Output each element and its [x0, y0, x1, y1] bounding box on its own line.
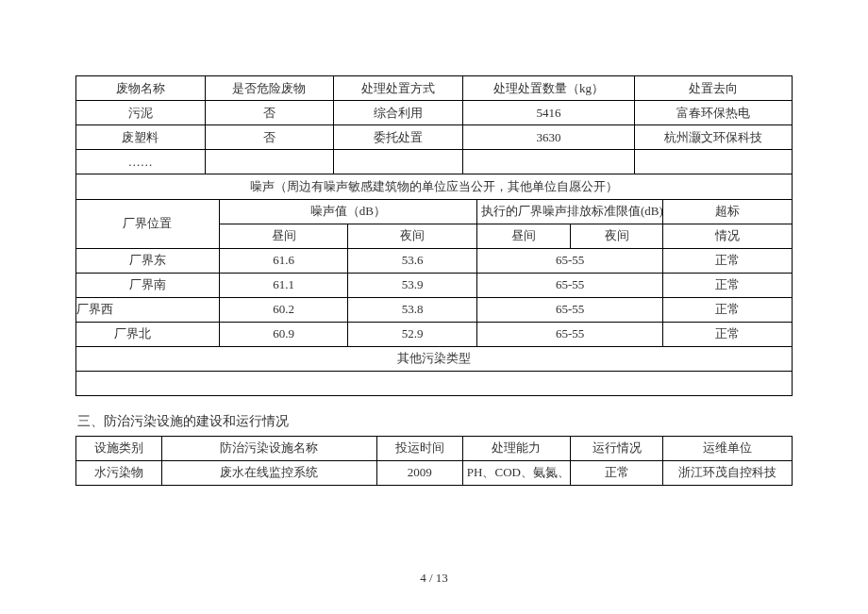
waste-col-name: 废物名称 [76, 76, 206, 101]
other-pollution-type: 其他污染类型 [76, 346, 793, 371]
noise-col-limit: 执行的厂界噪声排放标准限值(dB) [477, 199, 663, 224]
table-row: …… [76, 150, 793, 174]
noise-table: 噪声（周边有噪声敏感建筑物的单位应当公开，其他单位自愿公开） 厂界位置 噪声值（… [75, 174, 793, 396]
fac-col-run: 运行情况 [570, 436, 663, 460]
noise-sub-day: 昼间 [219, 224, 348, 248]
fac-col-year: 投运时间 [376, 436, 462, 460]
waste-col-method: 处理处置方式 [334, 76, 463, 101]
noise-sub-night2: 夜间 [570, 224, 663, 248]
table-row: 废塑料 否 委托处置 3630 杭州灏文环保科技 [76, 125, 793, 150]
section-3-title: 三、防治污染设施的建设和运行情况 [77, 413, 793, 430]
waste-col-dest: 处置去向 [634, 76, 792, 101]
blank-row [76, 371, 793, 395]
noise-sub-status: 情况 [663, 224, 793, 248]
table-row: 污泥 否 综合利用 5416 富春环保热电 [76, 101, 793, 125]
noise-banner: 噪声（周边有噪声敏感建筑物的单位应当公开，其他单位自愿公开） [76, 174, 793, 199]
noise-col-position: 厂界位置 [76, 199, 220, 248]
noise-col-exceed: 超标 [663, 199, 793, 224]
table-row: 厂界北 60.9 52.9 65-55 正常 [76, 322, 793, 346]
fac-col-maint: 运维单位 [663, 436, 793, 460]
table-row: 水污染物 废水在线监控系统 2009 PH、COD、氨氮、 正常 浙江环茂自控科… [76, 460, 793, 485]
noise-col-value: 噪声值（dB） [219, 199, 476, 224]
table-row: 厂界东 61.6 53.6 65-55 正常 [76, 248, 793, 273]
page-number: 4 / 13 [0, 571, 868, 586]
noise-sub-night: 夜间 [348, 224, 477, 248]
table-row: 厂界西 60.2 53.8 65-55 正常 [76, 297, 793, 322]
noise-sub-day2: 昼间 [477, 224, 571, 248]
fac-col-category: 设施类别 [76, 436, 162, 460]
facility-table: 设施类别 防治污染设施名称 投运时间 处理能力 运行情况 运维单位 水污染物 废… [75, 436, 793, 486]
table-row: 厂界南 61.1 53.9 65-55 正常 [76, 273, 793, 297]
waste-disposal-table: 废物名称 是否危险废物 处理处置方式 处理处置数量（kg） 处置去向 污泥 否 … [75, 75, 793, 174]
fac-col-name: 防治污染设施名称 [162, 436, 377, 460]
fac-col-capacity: 处理能力 [462, 436, 570, 460]
waste-col-hazard: 是否危险废物 [205, 76, 334, 101]
waste-col-qty: 处理处置数量（kg） [462, 76, 634, 101]
